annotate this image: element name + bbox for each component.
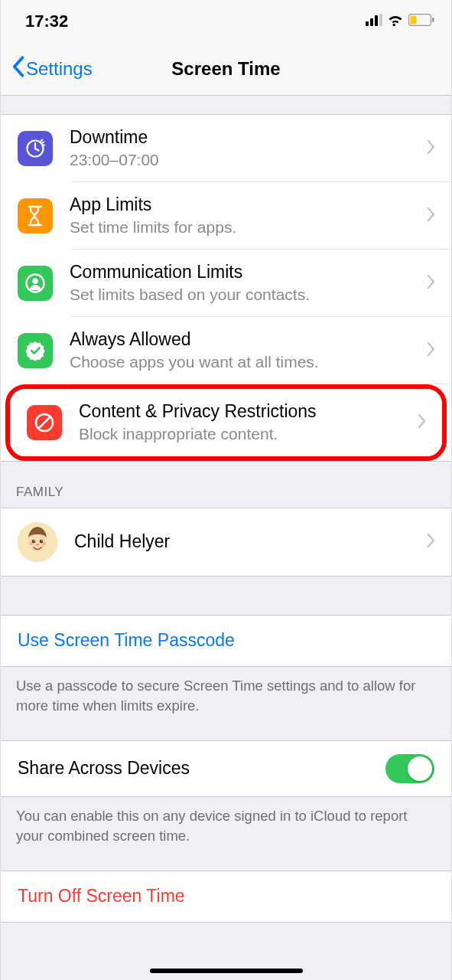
svg-point-18 [32,540,36,544]
chevron-right-icon [418,413,427,432]
no-entry-icon [27,405,62,440]
back-label: Settings [26,58,93,80]
status-time: 17:32 [25,11,68,31]
chevron-right-icon [427,274,436,292]
hourglass-icon [18,198,53,234]
share-footer: You can enable this on any device signed… [1,797,451,846]
chevron-right-icon [427,533,436,551]
svg-line-9 [42,142,44,143]
content-privacy-title: Content & Privacy Restrictions [79,400,410,423]
comm-limits-title: Communication Limits [70,261,419,284]
row-communication-limits[interactable]: Communication Limits Set limits based on… [1,250,451,317]
app-limits-title: App Limits [70,194,419,217]
svg-rect-0 [366,21,369,26]
svg-rect-5 [411,15,417,24]
turn-off-label: Turn Off Screen Time [18,885,185,908]
family-header: FAMILY [1,462,451,508]
child-avatar-icon [18,522,57,562]
nav-bar: Settings Screen Time [1,42,451,96]
share-devices-label: Share Across Devices [18,757,385,780]
passcode-group: Use Screen Time Passcode [1,615,451,667]
row-turn-off[interactable]: Turn Off Screen Time [1,871,451,922]
back-button[interactable]: Settings [11,56,93,82]
highlight-annotation: Content & Privacy Restrictions Block ina… [5,384,447,461]
comm-limits-subtitle: Set limits based on your contacts. [70,284,419,305]
wifi-icon [387,14,404,29]
downtime-icon [18,131,53,166]
row-content-privacy[interactable]: Content & Privacy Restrictions Block ina… [10,389,442,456]
share-group: Share Across Devices [1,740,451,797]
downtime-title: Downtime [70,126,419,149]
svg-rect-3 [379,14,382,26]
status-bar: 17:32 [1,0,451,42]
row-family-child[interactable]: Child Helyer [1,508,451,576]
status-indicators [366,14,434,29]
svg-point-21 [41,541,42,541]
content-privacy-subtitle: Block inappropriate content. [79,423,410,445]
row-always-allowed[interactable]: Always Allowed Choose apps you want at a… [1,317,451,384]
turnoff-group: Turn Off Screen Time [1,871,451,923]
family-group: Child Helyer [1,508,451,577]
row-share-devices[interactable]: Share Across Devices [1,741,451,796]
always-allowed-subtitle: Choose apps you want at all times. [70,351,419,373]
share-devices-toggle[interactable] [385,754,434,783]
chevron-right-icon [427,207,436,225]
check-seal-icon [18,333,53,368]
chevron-left-icon [11,56,24,82]
chevron-right-icon [427,341,436,360]
svg-point-20 [34,541,34,541]
svg-rect-1 [370,18,373,26]
passcode-footer: Use a passcode to secure Screen Time set… [1,667,451,716]
row-app-limits[interactable]: App Limits Set time limits for apps. [1,182,451,250]
svg-point-19 [40,540,44,544]
row-use-passcode[interactable]: Use Screen Time Passcode [1,616,451,666]
svg-line-14 [39,417,50,428]
main-settings-group: Downtime 23:00–07:00 App Limits Set time… [1,114,451,462]
contact-icon [18,266,53,301]
use-passcode-label: Use Screen Time Passcode [18,629,235,652]
svg-rect-2 [375,15,378,26]
app-limits-subtitle: Set time limits for apps. [70,217,419,238]
svg-point-12 [32,278,38,284]
cellular-icon [366,14,382,29]
battery-icon [408,14,434,29]
home-indicator[interactable] [150,969,303,973]
row-downtime[interactable]: Downtime 23:00–07:00 [1,115,451,182]
downtime-subtitle: 23:00–07:00 [70,149,419,171]
family-child-name: Child Helyer [74,531,419,554]
svg-rect-6 [432,18,434,22]
always-allowed-title: Always Allowed [70,328,419,351]
chevron-right-icon [427,139,436,158]
svg-line-8 [41,140,43,142]
